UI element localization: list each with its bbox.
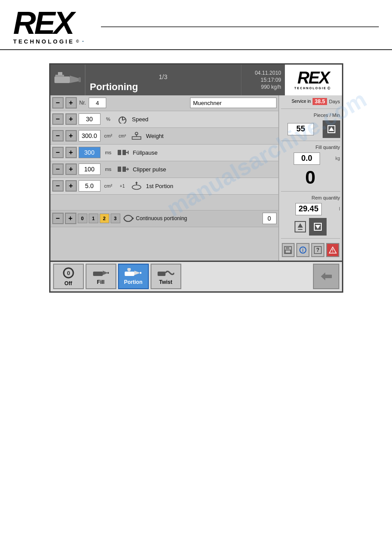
weight-label: Weight [144,133,277,139]
clipper-icon [116,165,129,174]
fullpause-plus-button[interactable]: + [65,147,77,158]
fullpause-minus-button[interactable]: − [52,147,64,158]
svg-rect-0 [54,76,70,83]
info-button[interactable]: i [296,243,309,257]
svg-marker-43 [103,271,108,275]
twist-icon [158,268,174,278]
big-zero: 0 [281,167,340,189]
fill-quantity-label: Fill quantity [281,144,340,151]
continuous-label: Continuous portioning [136,215,261,221]
clipper-minus-button[interactable]: − [52,163,64,175]
speed-plus-button[interactable]: + [65,113,77,125]
first-portion-unit: cm² [102,183,115,189]
down-arrow-area [281,218,340,236]
header: REX TECHNOLOGIE© [0,0,392,50]
svg-marker-23 [133,217,134,220]
nav-fill-label: Fill [97,279,104,285]
first-portion-row: − + 5.0 cm² +1 1st Portion [50,178,278,195]
arrow-up-icon [327,125,336,134]
svg-marker-27 [298,223,303,228]
arrow-up-button[interactable] [323,120,340,138]
fill-quantity-unit: kg [335,156,340,161]
nav-fill-button[interactable]: Fill [86,264,116,289]
svg-rect-44 [108,272,109,274]
panel-icon-area [50,65,86,95]
svg-rect-16 [122,167,126,172]
first-portion-plus-button[interactable]: + [65,180,77,192]
panel-content: − + Nr. 4 Muenchner − + 30 % [50,95,342,261]
back-button[interactable] [313,264,339,289]
clipper-label: Clipper pulse [131,166,277,173]
level-up-icon [294,221,306,233]
clipper-plus-button[interactable]: + [65,163,77,175]
divider-2 [281,141,340,141]
segment-1-button[interactable]: 1 [89,214,98,223]
speed-minus-button[interactable]: − [52,113,64,125]
svg-rect-47 [140,272,141,274]
speed-unit: % [102,116,115,122]
arrow-down-button[interactable] [309,218,327,236]
logo-text: REX [13,9,83,37]
panel-throughput: 990 kg/h [261,84,281,90]
svg-marker-25 [329,127,334,131]
warning-button[interactable]: ! [326,243,339,257]
svg-rect-32 [286,247,289,249]
svg-rect-45 [125,272,134,276]
svg-marker-1 [70,76,79,83]
divider-4 [281,238,340,239]
speed-label: Speed [130,116,277,123]
nav-portion-label: Portion [124,279,143,285]
weight-minus-button[interactable]: − [52,130,64,141]
weight-value: 300.0 [79,130,101,141]
svg-rect-4 [58,72,62,75]
panel-title: Portioning [90,81,237,93]
nr-plus-button[interactable]: + [65,97,77,109]
service-in-row: Service in 38.5 Days [281,97,340,106]
nr-row: − + Nr. 4 Muenchner [50,95,278,111]
continuous-icon [122,214,135,223]
fill-icon [93,268,109,278]
help-button[interactable]: ? [311,243,324,257]
nr-minus-button[interactable]: − [52,97,64,109]
svg-rect-8 [132,137,141,139]
pause-icon [116,148,129,157]
nav-twist-button[interactable]: Twist [151,264,181,289]
rex-logo: REX TECHNOLOGIE© [13,9,83,45]
action-icons-row: i ? ! [281,241,340,259]
help-icon: ? [314,246,322,254]
svg-marker-46 [134,271,140,275]
rem-quantity-value: 29.45 [295,203,322,215]
fullpause-row: − + 300 ms Füllpause [50,145,278,161]
panel-right: Service in 38.5 Days Pieces / Min 55 [278,95,342,261]
fullpause-value: 300 [79,147,101,158]
continuous-value: 0 [263,213,277,224]
continuous-plus-button[interactable]: + [65,213,76,224]
panel-topbar: 1/3 Portioning 04.11.2010 15:17:09 990 k… [50,65,342,95]
first-portion-extra: +1 [116,184,129,189]
svg-rect-50 [158,272,165,276]
fullpause-unit: ms [102,150,115,155]
nav-bar: 0 Off Fill [50,261,342,291]
weight-plus-button[interactable]: + [65,130,77,141]
nav-portion-button[interactable]: Portion [118,264,149,289]
nav-twist-label: Twist [159,279,173,285]
svg-point-48 [127,268,131,271]
first-portion-minus-button[interactable]: − [52,180,64,192]
speed-row: − + 30 % Speed [50,111,278,128]
svg-marker-22 [135,181,138,183]
clipper-row: − + 100 ms Clipper pulse [50,161,278,178]
nr-name-value: Muenchner [190,98,277,108]
nav-off-button[interactable]: 0 Off [53,264,84,289]
weight-unit: cm² [102,133,115,138]
first-portion-label: 1st Portion [144,183,277,189]
panel-date: 04.11.2010 [255,70,281,76]
weight-icon [130,131,143,140]
continuous-minus-button[interactable]: − [52,213,64,224]
weight-unit2: cm³ [116,134,129,138]
main-panel-wrapper: 1/3 Portioning 04.11.2010 15:17:09 990 k… [0,63,392,293]
svg-rect-42 [93,272,103,276]
segment-3-button[interactable]: 3 [111,214,120,223]
segment-2-button[interactable]: 2 [100,214,109,223]
segment-0-button[interactable]: 0 [78,214,87,223]
save-button[interactable] [282,243,295,257]
